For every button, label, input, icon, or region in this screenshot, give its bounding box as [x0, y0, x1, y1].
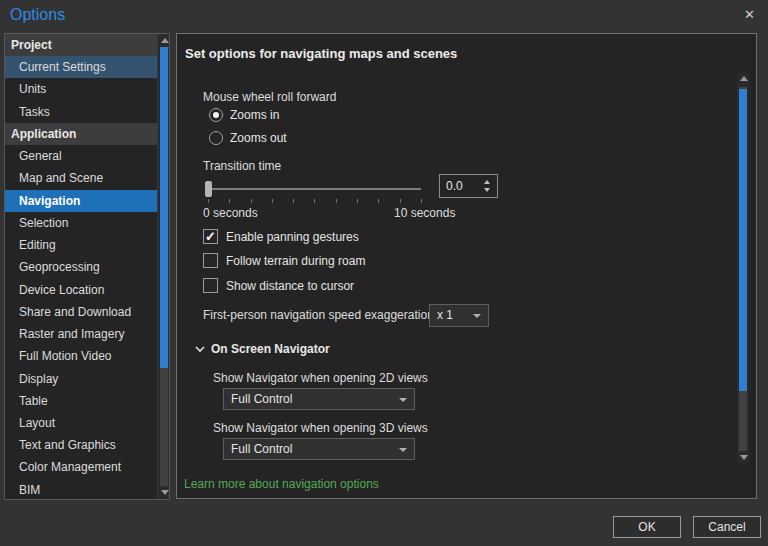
- scroll-down-icon[interactable]: [161, 490, 169, 495]
- chevron-down-icon: [399, 448, 407, 452]
- chevron-down-icon: [399, 398, 407, 402]
- slider-tick: [336, 199, 337, 203]
- slider-tick: [293, 199, 294, 203]
- speed-dropdown-value: x 1: [437, 308, 453, 322]
- slider-tick: [272, 199, 273, 203]
- scroll-up-icon[interactable]: [161, 38, 169, 43]
- checkbox-unchecked-icon[interactable]: [203, 253, 218, 268]
- dialog-title: Options: [10, 6, 65, 24]
- checkbox-checked-icon[interactable]: ✓: [203, 229, 218, 244]
- close-icon[interactable]: ✕: [744, 7, 755, 22]
- cancel-button[interactable]: Cancel: [693, 516, 761, 538]
- dropdown-3d-value: Full Control: [231, 442, 292, 456]
- sidebar-item-selection[interactable]: Selection: [5, 212, 157, 234]
- sidebar-item-navigation[interactable]: Navigation: [5, 190, 157, 212]
- sidebar-header-application: Application: [5, 123, 157, 145]
- sidebar-item-editing[interactable]: Editing: [5, 234, 157, 256]
- options-sidebar: Project Current Settings Units Tasks App…: [4, 33, 170, 500]
- radio-unselected-icon[interactable]: [209, 131, 223, 145]
- slider-tick: [314, 199, 315, 203]
- sidebar-item-map-and-scene[interactable]: Map and Scene: [5, 167, 157, 189]
- section-label: On Screen Navigator: [211, 342, 330, 356]
- options-dialog: Options ✕ Project Current Settings Units…: [0, 0, 768, 546]
- radio-zooms-out[interactable]: Zooms out: [209, 131, 287, 145]
- navigation-options-panel: Set options for navigating maps and scen…: [176, 33, 757, 499]
- mouse-wheel-label: Mouse wheel roll forward: [203, 90, 336, 104]
- dropdown-2d-value: Full Control: [231, 392, 292, 406]
- sidebar-item-color-management[interactable]: Color Management: [5, 456, 157, 478]
- checkbox-enable-panning-label: Enable panning gestures: [226, 230, 359, 244]
- on-screen-navigator-section[interactable]: On Screen Navigator: [195, 342, 330, 356]
- sidebar-item-general[interactable]: General: [5, 145, 157, 167]
- show-navigator-3d-dropdown[interactable]: Full Control: [223, 438, 415, 460]
- sidebar-item-device-location[interactable]: Device Location: [5, 279, 157, 301]
- checkbox-enable-panning-gestures[interactable]: ✓ Enable panning gestures: [203, 229, 359, 244]
- sidebar-item-share-and-download[interactable]: Share and Download: [5, 301, 157, 323]
- slider-tick: [421, 199, 422, 203]
- learn-more-link[interactable]: Learn more about navigation options: [184, 477, 379, 491]
- sidebar-item-full-motion-video[interactable]: Full Motion Video: [5, 345, 157, 367]
- transition-time-slider[interactable]: [203, 180, 425, 204]
- radio-zooms-in-label: Zooms in: [230, 108, 279, 122]
- sidebar-item-bim[interactable]: BIM: [5, 479, 157, 499]
- slider-tick: [229, 199, 230, 203]
- panel-heading: Set options for navigating maps and scen…: [185, 46, 457, 61]
- transition-time-spinner[interactable]: 0.0: [439, 174, 498, 198]
- sidebar-nav-list: Project Current Settings Units Tasks App…: [5, 34, 157, 499]
- slider-handle[interactable]: [205, 181, 212, 197]
- slider-max-label: 10 seconds: [394, 206, 455, 220]
- spinner-value[interactable]: 0.0: [446, 179, 463, 193]
- sidebar-header-project: Project: [5, 34, 157, 56]
- ok-button[interactable]: OK: [613, 516, 681, 538]
- speed-exaggeration-dropdown[interactable]: x 1: [429, 304, 489, 327]
- slider-min-label: 0 seconds: [203, 206, 258, 220]
- show-navigator-3d-label: Show Navigator when opening 3D views: [213, 421, 428, 435]
- sidebar-item-units[interactable]: Units: [5, 78, 157, 100]
- sidebar-item-tasks[interactable]: Tasks: [5, 101, 157, 123]
- slider-tick: [251, 199, 252, 203]
- spinner-down-icon[interactable]: [484, 188, 490, 192]
- sidebar-item-text-and-graphics[interactable]: Text and Graphics: [5, 434, 157, 456]
- checkbox-show-distance-label: Show distance to cursor: [226, 279, 354, 293]
- chevron-down-icon: [473, 314, 481, 318]
- checkbox-follow-terrain-label: Follow terrain during roam: [226, 254, 365, 268]
- sidebar-item-current-settings[interactable]: Current Settings: [5, 56, 157, 78]
- checkbox-follow-terrain[interactable]: Follow terrain during roam: [203, 253, 365, 268]
- spinner-up-icon[interactable]: [484, 180, 490, 184]
- sidebar-scrollbar-thumb[interactable]: [160, 47, 168, 368]
- checkbox-show-distance[interactable]: Show distance to cursor: [203, 278, 354, 293]
- slider-track[interactable]: [208, 188, 421, 190]
- section-expanded-chevron-icon: [195, 345, 205, 353]
- panel-scrollbar-thumb[interactable]: [739, 89, 747, 391]
- sidebar-item-geoprocessing[interactable]: Geoprocessing: [5, 256, 157, 278]
- scroll-up-icon[interactable]: [740, 76, 748, 81]
- speed-exaggeration-label: First-person navigation speed exaggerati…: [203, 308, 434, 322]
- slider-tick: [378, 199, 379, 203]
- radio-selected-icon[interactable]: [209, 108, 223, 122]
- slider-tick: [357, 199, 358, 203]
- transition-time-label: Transition time: [203, 159, 281, 173]
- sidebar-scrollbar[interactable]: [157, 34, 169, 499]
- scroll-down-icon[interactable]: [740, 455, 748, 460]
- slider-tick: [400, 199, 401, 203]
- show-navigator-2d-dropdown[interactable]: Full Control: [223, 388, 415, 410]
- radio-zooms-out-label: Zooms out: [230, 131, 287, 145]
- sidebar-item-table[interactable]: Table: [5, 390, 157, 412]
- sidebar-item-raster-and-imagery[interactable]: Raster and Imagery: [5, 323, 157, 345]
- checkbox-unchecked-icon[interactable]: [203, 278, 218, 293]
- radio-zooms-in[interactable]: Zooms in: [209, 108, 279, 122]
- panel-scrollbar[interactable]: [737, 73, 749, 463]
- slider-tick: [208, 199, 209, 203]
- sidebar-item-layout[interactable]: Layout: [5, 412, 157, 434]
- show-navigator-2d-label: Show Navigator when opening 2D views: [213, 371, 428, 385]
- sidebar-item-display[interactable]: Display: [5, 368, 157, 390]
